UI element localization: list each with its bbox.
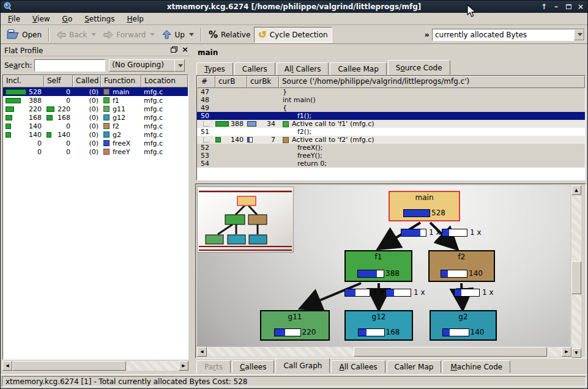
cycle-arrow-icon: ↺ [258,31,266,39]
toolbar-overflow-icon[interactable]: » [425,30,430,39]
graph-node-f1[interactable]: f1388 [344,250,412,282]
scrollbar-thumb[interactable] [354,347,547,357]
back-dropdown-icon[interactable] [91,33,96,36]
tab-source-code[interactable]: Source Code [388,60,450,75]
column-header-incl[interactable]: Incl. [3,75,44,87]
graph-node-g11[interactable]: g11220 [260,310,330,341]
function-color-icon [103,132,110,138]
graph-node-g2[interactable]: g2140 [430,310,497,341]
column-header-location[interactable]: Location [141,75,188,87]
minimize-button[interactable]: – [552,1,560,13]
edge-label-f2-g2[interactable]: 1 x [454,288,494,297]
maximize-button[interactable] [564,1,573,13]
column-header-function[interactable]: Function [101,75,141,87]
search-input[interactable] [34,59,105,72]
tab-callees[interactable]: Callees [232,360,274,373]
metric-combobox[interactable]: currently allocated Bytes [432,29,585,41]
tab-call-graph[interactable]: Call Graph [275,358,330,373]
function-row-main[interactable]: 5280(0)mainmfg.c [3,87,188,96]
active-call-row[interactable]: 38834Active call to 'f1' (mfg.c) [197,120,585,128]
source-column-header-1[interactable]: curB [215,76,247,88]
forward-button[interactable]: Forward [100,27,158,43]
graph-overview-map[interactable] [197,187,294,253]
scroll-up-icon[interactable]: ▲ [571,185,581,195]
up-button[interactable]: Up [158,27,197,43]
scroll-left-icon[interactable]: ◀ [2,361,12,371]
menu-help[interactable]: Help [121,13,149,24]
tab-types[interactable]: Types [196,62,233,75]
graph-node-main[interactable]: main528 [389,191,460,221]
scroll-right-icon[interactable]: ▶ [562,347,571,357]
call-graph-canvas[interactable]: main528f1388f2140g11220g12168g21401 x1 x… [197,185,570,347]
dock-close-icon[interactable]: × [182,46,188,53]
function-row-g12[interactable]: 168168(0)g12mfg.c [3,113,188,122]
source-line-48[interactable]: 48int main() [197,96,585,104]
function-row-f2[interactable]: 1400(0)f2mfg.c [3,122,188,130]
line-number: 53 [197,152,215,160]
tab-all-callees[interactable]: All Callees [331,360,385,373]
tab-parts[interactable]: Parts [196,360,231,373]
function-location: mfg.c [144,105,163,113]
function-row-freeY[interactable]: 00(0)freeYmfg.c [3,147,188,156]
tab-callers[interactable]: Callers [234,62,275,75]
scroll-down-icon[interactable]: ▼ [571,348,581,358]
metric-combobox-dropdown[interactable] [574,29,584,40]
source-line-52[interactable]: 52freeX(); [197,144,585,152]
menu-file[interactable]: File [2,13,26,24]
source-column-header-3[interactable]: Source ('/home/philippe/valgrind/littlep… [279,76,585,88]
relative-toggle-button[interactable]: % Relative [205,27,254,43]
graph-node-g12[interactable]: g12168 [344,310,413,341]
search-label: Search: [4,61,32,70]
open-button[interactable]: Open [3,27,45,43]
function-row-f1[interactable]: 3880(0)f1mfg.c [3,96,188,105]
active-call-row[interactable]: 1407Active call to 'f2' (mfg.c) [197,136,585,144]
graph-node-cost-bar [442,328,469,336]
source-column-header-0[interactable]: # [197,76,215,88]
graph-hscrollbar[interactable]: ◀ ▶ [197,347,571,357]
source-line-51[interactable]: 51f2(); [197,128,585,136]
flat-profile-hscrollbar[interactable]: ◀ ▶ [2,361,188,371]
column-header-called[interactable]: Called [73,75,101,87]
scroll-right-icon[interactable]: ▶ [179,361,188,371]
close-button[interactable]: × [576,1,585,13]
edge-label-f1-g11[interactable]: 1 x [344,288,384,297]
source-column-header-2[interactable]: curBk [247,76,279,88]
edge-call-count: 1 x [373,288,384,297]
source-line-53[interactable]: 53freeY(); [197,152,585,160]
grouping-dropdown[interactable] [174,59,185,72]
function-row-g11[interactable]: 220220(0)g11mfg.c [3,105,188,113]
scrollbar-thumb[interactable] [571,261,581,294]
scrollbar-thumb[interactable] [12,361,126,371]
up-dropdown-icon[interactable] [189,33,194,36]
tab-all-callers[interactable]: All Callers [277,62,329,75]
self-cost-bar [47,132,51,138]
dock-float-icon[interactable] [171,46,177,53]
menu-go[interactable]: Go [56,13,79,24]
graph-node-f2[interactable]: f2140 [428,250,495,282]
scroll-left-icon[interactable]: ◀ [197,347,207,357]
function-row-g2[interactable]: 140140(0)g2mfg.c [3,130,188,139]
grouping-combobox[interactable]: (No Grouping) [109,59,185,72]
menu-settings[interactable]: Settings [78,13,121,24]
forward-dropdown-icon[interactable] [150,33,155,36]
shade-button[interactable]: ↑ [540,1,548,13]
dock-header[interactable]: Flat Profile × [2,45,190,56]
source-line-47[interactable]: 47} [197,88,585,96]
line-number: 54 [197,160,215,168]
tab-caller-map[interactable]: Caller Map [387,360,442,373]
edge-label-f1-g12[interactable]: 1 x [385,288,425,297]
column-header-self[interactable]: Self [44,75,73,87]
edge-label-main-f2[interactable]: 1 x [442,228,482,237]
source-line-54[interactable]: 54return 0; [197,160,585,168]
cycle-detection-toggle-button[interactable]: ↺ Cycle Detection [254,27,332,43]
tab-machine-code[interactable]: Machine Code [442,360,510,373]
graph-vscrollbar[interactable]: ▲ ▼ [571,185,581,358]
tab-callee-map[interactable]: Callee Map [330,62,386,75]
edge-label-main-f1[interactable]: 1 x [401,228,441,237]
inclusive-cost-bar [6,98,21,103]
back-button[interactable]: Back [53,27,100,43]
function-row-freeX[interactable]: 00(0)freeXmfg.c [3,139,188,147]
menu-view[interactable]: View [26,13,56,24]
source-line-49[interactable]: 49{ [197,104,585,112]
source-line-50[interactable]: 50f1(); [197,112,585,120]
